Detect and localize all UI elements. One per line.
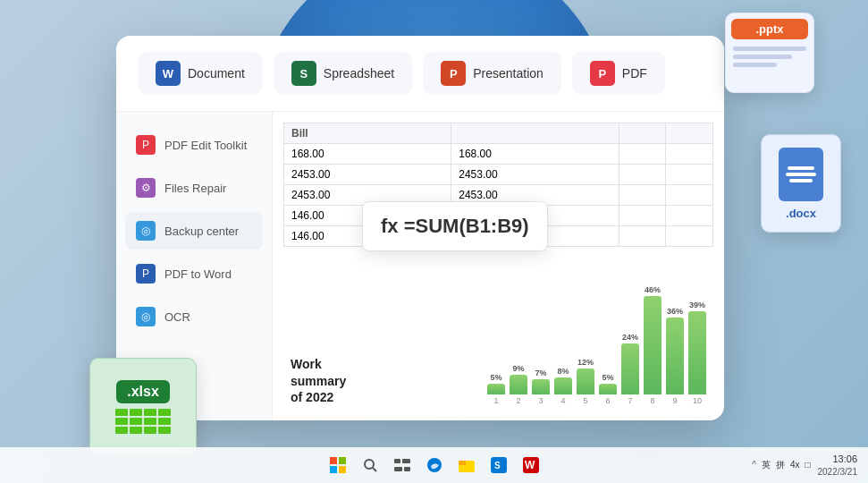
formula-prefix: fx: [381, 215, 399, 237]
xlsx-grid-cell: [144, 409, 156, 416]
table-row: 2453.002453.00: [284, 165, 713, 185]
bar-percent: 36%: [667, 307, 683, 316]
formula-text: =SUM(B1:B9): [404, 215, 529, 237]
taskbar-right: ^ 英 拼 4x □ 13:06 2022/3/21: [752, 453, 857, 477]
docx-line-1: [788, 166, 814, 170]
table-cell: 2453.00: [284, 165, 451, 185]
bar: [688, 311, 706, 394]
backup-center-label: Backup center: [164, 225, 239, 238]
tray-chevron[interactable]: ^: [752, 460, 756, 470]
xlsx-grid-cell: [144, 427, 156, 434]
table-cell-empty: [619, 144, 666, 165]
svg-rect-6: [394, 459, 400, 463]
word-icon: W: [156, 61, 181, 86]
sidebar-item-backup-center[interactable]: ◎ Backup center: [125, 212, 263, 250]
sidebar-item-pdf-edit[interactable]: P PDF Edit Toolkit: [125, 126, 263, 164]
bar-group: 36%9: [666, 307, 684, 405]
bar-group: 9%2: [510, 364, 527, 405]
table-cell-empty: [619, 206, 666, 226]
col-d-header: [666, 123, 713, 144]
files-repair-label: Files Repair: [164, 182, 226, 195]
bar-label: 7: [628, 396, 632, 405]
tray-lang-zh: 拼: [776, 459, 785, 471]
svg-rect-2: [330, 466, 337, 473]
pdf-button[interactable]: P PDF: [572, 52, 665, 95]
bar: [510, 375, 527, 394]
bar-percent: 8%: [557, 367, 569, 376]
xlsx-grid-cell: [130, 418, 142, 425]
table-cell-empty: [619, 226, 666, 247]
xlsx-grid-cell: [144, 418, 156, 425]
excel-icon: S: [291, 61, 316, 86]
file-explorer-icon[interactable]: [454, 453, 479, 478]
xlsx-grid-cell: [115, 409, 128, 416]
bar-group: 5%6: [599, 373, 617, 405]
bar-percent: 46%: [645, 285, 661, 294]
bar: [554, 377, 572, 394]
pdf-edit-icon: P: [136, 135, 156, 155]
xlsx-grid-cell: [115, 427, 128, 434]
docx-label: .docx: [786, 207, 816, 220]
sidebar-item-pdf-to-word[interactable]: P PDF to Word: [125, 255, 263, 292]
chart-title: Work summary of 2022: [291, 356, 346, 405]
task-view-icon[interactable]: [390, 453, 415, 478]
svg-point-4: [365, 460, 374, 469]
xlsx-grid: [115, 409, 171, 434]
bar-label: 3: [538, 396, 543, 405]
taskbar-date-value: 2022/3/21: [818, 466, 858, 478]
bar-group: 24%7: [621, 333, 639, 405]
bar-percent: 12%: [577, 358, 594, 367]
main-content: P PDF Edit Toolkit ⚙ Files Repair ◎ Back…: [116, 112, 724, 420]
svg-line-5: [373, 468, 376, 471]
bar: [599, 384, 617, 394]
bar-group: 8%4: [554, 367, 572, 405]
xlsx-header: .xlsx: [116, 380, 170, 403]
pdf-to-word-label: PDF to Word: [164, 267, 232, 281]
taskbar-clock: 13:06 2022/3/21: [818, 453, 858, 477]
table-cell: 2453.00: [451, 165, 619, 185]
xlsx-grid-cell: [115, 418, 128, 425]
document-button[interactable]: W Document: [138, 52, 263, 95]
pdf-label: PDF: [622, 66, 647, 80]
presentation-label: Presentation: [473, 66, 544, 80]
start-menu-icon[interactable]: [325, 453, 350, 478]
bar-label: 8: [650, 396, 654, 405]
table-cell-empty: [619, 185, 666, 206]
table-cell: 168.00: [284, 144, 451, 165]
bar-label: 1: [493, 396, 498, 405]
document-label: Document: [188, 66, 245, 80]
bar-percent: 5%: [490, 373, 501, 382]
xlsx-grid-cell: [158, 418, 171, 425]
bar-label: 4: [560, 396, 565, 405]
table-cell-empty: [666, 165, 713, 185]
pptx-line-1: [733, 47, 806, 51]
pptx-badge: .pptx: [725, 13, 814, 93]
sidebar-item-ocr[interactable]: ◎ OCR: [125, 298, 263, 335]
docx-icon-area: [779, 148, 823, 201]
bar-label: 10: [693, 396, 702, 405]
xlsx-grid-cell: [158, 427, 171, 434]
store-icon[interactable]: S: [486, 453, 511, 478]
bar: [644, 296, 662, 394]
tray-icons: ^ 英 拼 4x □: [752, 459, 810, 471]
table-cell-empty: [666, 226, 713, 247]
taskbar-time-value: 13:06: [818, 453, 858, 465]
edge-icon[interactable]: [422, 453, 447, 478]
col-c-header: [619, 123, 666, 144]
app-icon[interactable]: W: [518, 453, 544, 478]
spreadsheet-button[interactable]: S Spreadsheet: [274, 52, 412, 95]
pptx-line-3: [733, 63, 777, 67]
xlsx-grid-cell: [130, 409, 142, 416]
presentation-button[interactable]: P Presentation: [423, 52, 561, 95]
xlsx-badge: .xlsx: [89, 358, 197, 456]
pdf-edit-label: PDF Edit Toolkit: [164, 139, 247, 152]
tray-notify: □: [805, 460, 810, 470]
app-window: W Document S Spreadsheet P Presentation …: [116, 36, 724, 420]
search-icon[interactable]: [358, 453, 383, 478]
bar-group: 39%10: [688, 301, 706, 405]
bar-percent: 5%: [602, 373, 613, 382]
col-b-header: [451, 123, 619, 144]
pdf-icon: P: [590, 61, 615, 86]
spreadsheet-area: Bill 168.00168.002453.002453.002453.0024…: [273, 112, 724, 420]
sidebar-item-files-repair[interactable]: ⚙ Files Repair: [125, 169, 263, 207]
